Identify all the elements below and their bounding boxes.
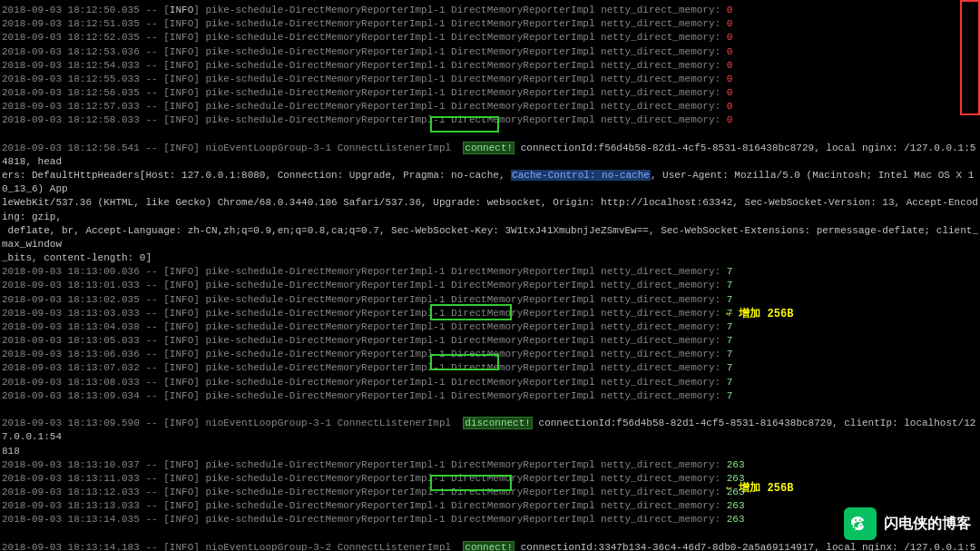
value: 0 (727, 5, 733, 15)
annotation-arrow-2: ← (726, 482, 739, 495)
log-line: 2018-09-03 18:12:58.033 -- [INFO] pike-s… (2, 113, 978, 127)
log-line: 2018-09-03 18:12:57.033 -- [INFO] pike-s… (2, 100, 978, 113)
log-line: 2018-09-03 18:13:14.035 -- [INFO] pike-s… (2, 513, 978, 526)
log-line: 2018-09-03 18:12:55.033 -- [INFO] pike-s… (2, 73, 978, 86)
disconnect-line: 2018-09-03 18:13:09.590 -- [INFO] nioEve… (2, 403, 978, 458)
log-line: 2018-09-03 18:13:05.033 -- [INFO] pike-s… (2, 334, 978, 348)
log-line: 2018-09-03 18:13:07.032 -- [INFO] pike-s… (2, 361, 978, 375)
log-line: 2018-09-03 18:13:12.033 -- [INFO] pike-s… (2, 486, 978, 499)
log-line: 2018-09-03 18:13:04.038 -- [INFO] pike-s… (2, 320, 978, 334)
log-line: 2018-09-03 18:12:56.035 -- [INFO] pike-s… (2, 86, 978, 100)
annotation-256b-1: ← 增加 256B (726, 306, 793, 321)
connect-line-2: 2018-09-03 18:13:14.183 -- [INFO] nioEve… (2, 527, 978, 551)
watermark: 闪电侠的博客 (844, 507, 971, 540)
wechat-icon (844, 507, 877, 540)
log-line: 2018-09-03 18:13:09.034 -- [INFO] pike-s… (2, 389, 978, 403)
log-line: 2018-09-03 18:13:13.033 -- [INFO] pike-s… (2, 499, 978, 513)
watermark-text: 闪电侠的博客 (884, 515, 971, 534)
annotation-arrow-1: ← (726, 308, 739, 320)
log-line: 2018-09-03 18:12:52.035 -- [INFO] pike-s… (2, 31, 978, 44)
log-line: 2018-09-03 18:13:08.033 -- [INFO] pike-s… (2, 376, 978, 389)
annotation-256b-2: ← 增加 256B (726, 480, 793, 496)
log-line: 2018-09-03 18:13:11.033 -- [INFO] pike-s… (2, 472, 978, 486)
log-line: 2018-09-03 18:12:53.036 -- [INFO] pike-s… (2, 45, 978, 59)
log-line: 2018-09-03 18:13:02.035 -- [INFO] pike-s… (2, 293, 978, 307)
terminal: 2018-09-03 18:12:50.035 -- [INFO] pike-s… (0, 0, 980, 551)
log-line: 2018-09-03 18:12:50.035 -- [INFO] pike-s… (2, 4, 978, 17)
timestamp: 2018-09-03 18:12:50.035 (2, 5, 140, 15)
log-line: 2018-09-03 18:12:54.033 -- [INFO] pike-s… (2, 59, 978, 73)
log-line: 2018-09-03 18:13:00.036 -- [INFO] pike-s… (2, 265, 978, 279)
log-line: 2018-09-03 18:13:03.033 -- [INFO] pike-s… (2, 307, 978, 320)
log-line: 2018-09-03 18:12:51.035 -- [INFO] pike-s… (2, 17, 978, 31)
connect-line: 2018-09-03 18:12:58.541 -- [INFO] nioEve… (2, 128, 978, 266)
log-line: 2018-09-03 18:13:10.037 -- [INFO] pike-s… (2, 458, 978, 472)
log-line: 2018-09-03 18:13:06.036 -- [INFO] pike-s… (2, 348, 978, 361)
log-line: 2018-09-03 18:13:01.033 -- [INFO] pike-s… (2, 279, 978, 292)
